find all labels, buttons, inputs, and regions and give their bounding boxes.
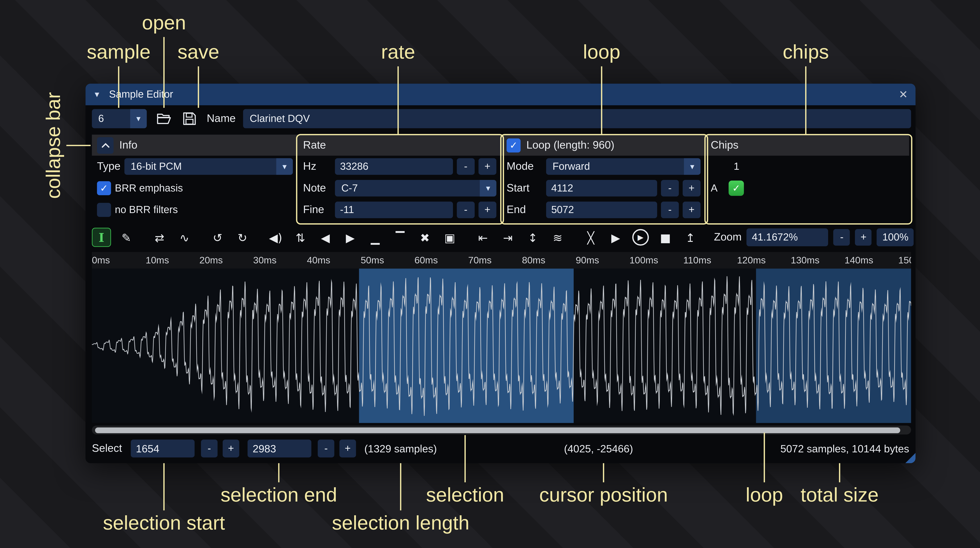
selection-start-input[interactable]: 1654 — [131, 440, 195, 457]
annotation-line-chips — [805, 67, 807, 135]
import-button[interactable]: ↥ — [681, 228, 700, 247]
hz-input[interactable]: 33286 — [335, 158, 453, 175]
horizontal-scrollbar[interactable] — [92, 425, 911, 435]
zoom-reset-button[interactable]: 100% — [877, 228, 914, 246]
brr-emphasis-checkbox[interactable]: ✓ — [97, 181, 111, 195]
loop-end-decrement-button[interactable]: - — [661, 202, 679, 218]
window-collapse-icon[interactable]: ▼ — [93, 90, 101, 99]
annotation-line-selection-length — [400, 463, 401, 510]
delete-button[interactable]: ✖ — [415, 228, 434, 247]
resize-button[interactable]: ⇄ — [150, 228, 169, 247]
flip-vertical-button[interactable]: ↕ — [523, 228, 542, 247]
redo-button[interactable]: ↻ — [233, 228, 252, 247]
invert-button[interactable]: ⇥ — [498, 228, 517, 247]
resample-button[interactable]: ∿ — [175, 228, 194, 247]
fine-input[interactable]: -11 — [335, 202, 453, 218]
sample-name-input[interactable]: Clarinet DQV — [243, 109, 911, 128]
loop-title: Loop (length: 960) — [526, 139, 614, 151]
info-title: Info — [119, 139, 137, 151]
fine-increment-button[interactable]: + — [479, 202, 496, 218]
fade-out-button[interactable]: ▶ — [340, 228, 360, 247]
timeline-tick: 60ms — [414, 255, 438, 265]
chevron-down-icon: ▼ — [276, 158, 293, 175]
open-sample-button[interactable] — [154, 109, 173, 128]
loop-end-input[interactable]: 5072 — [546, 202, 657, 218]
hz-increment-button[interactable]: + — [479, 158, 496, 175]
sample-editor-window: ▼ Sample Editor ✕ 6 ▼ Name — [86, 83, 915, 463]
selection-start-increment-button[interactable]: + — [223, 440, 239, 457]
window-resize-grip[interactable] — [905, 453, 915, 463]
type-label: Type — [97, 160, 121, 173]
info-header: Info — [92, 135, 298, 156]
reverse-button[interactable]: ⇤ — [473, 228, 493, 247]
preview-button[interactable]: ▶ — [606, 228, 625, 247]
save-sample-button[interactable] — [180, 109, 199, 128]
draw-mode-button[interactable]: ✎ — [117, 228, 136, 247]
check-icon: ✓ — [100, 182, 108, 194]
play-from-cursor-icon: ▶ — [638, 233, 643, 242]
zoom-out-button[interactable]: - — [834, 229, 850, 246]
insert-silence-button[interactable]: ▁ — [366, 228, 385, 247]
crossfade-button[interactable]: ╳ — [581, 228, 600, 247]
annotation-label-selection-end: selection end — [221, 484, 337, 507]
loop-start-input[interactable]: 4112 — [546, 180, 657, 197]
amplify-button[interactable]: ◀) — [266, 228, 285, 247]
fade-in-button[interactable]: ◀ — [316, 228, 335, 247]
timeline-tick: 20ms — [199, 255, 223, 265]
waveform-canvas[interactable] — [92, 269, 911, 423]
draw-mode-icon: ✎ — [121, 231, 131, 244]
loop-section: ✓ Loop (length: 960) Mode Forward ▼ Star… — [501, 135, 706, 221]
zoom-label: Zoom — [714, 231, 741, 244]
no-brr-filters-label: no BRR filters — [115, 204, 178, 216]
loop-start-decrement-button[interactable]: - — [661, 180, 679, 197]
note-select[interactable]: C-7 ▼ — [335, 180, 496, 197]
loop-start-increment-button[interactable]: + — [682, 180, 700, 197]
selection-end-decrement-button[interactable]: - — [318, 440, 334, 457]
sample-number-select[interactable]: 6 ▼ — [92, 109, 147, 128]
fine-decrement-button[interactable]: - — [457, 202, 475, 218]
annotation-line-loop-bottom — [764, 433, 765, 482]
loop-mode-select[interactable]: Forward ▼ — [546, 158, 700, 175]
apply-silence-button[interactable]: ▔ — [390, 228, 410, 247]
undo-button[interactable]: ↺ — [208, 228, 227, 247]
trim-button[interactable]: ▣ — [440, 228, 460, 247]
scrollbar-thumb[interactable] — [95, 427, 900, 433]
close-icon[interactable]: ✕ — [899, 88, 908, 101]
chip-a-checkbox[interactable]: ✓ — [729, 180, 744, 196]
fine-label: Fine — [303, 204, 331, 216]
annotation-line-rate — [398, 67, 399, 135]
chips-header: Chips — [706, 135, 909, 156]
loop-enabled-checkbox[interactable]: ✓ — [507, 138, 521, 152]
collapse-bar-button[interactable] — [97, 137, 114, 153]
flip-vertical-icon: ↕ — [528, 231, 538, 244]
edit-mode-icon: I — [99, 230, 104, 244]
filter-button[interactable]: ≋ — [548, 228, 567, 247]
zoom-value-input[interactable]: 41.1672% — [747, 228, 829, 246]
fine-value: -11 — [340, 204, 354, 216]
chevron-up-icon — [101, 143, 109, 148]
folder-open-icon — [156, 112, 172, 125]
type-select[interactable]: 16-bit PCM ▼ — [124, 158, 293, 175]
zoom-value: 41.1672% — [752, 232, 798, 243]
loop-end-increment-button[interactable]: + — [682, 202, 700, 218]
waveform-display[interactable] — [92, 269, 911, 423]
selection-end-input[interactable]: 2983 — [248, 440, 312, 457]
fine-row: Fine -11 - + — [298, 199, 501, 221]
total-size-text: 5072 samples, 10144 bytes — [781, 440, 909, 457]
zoom-in-button[interactable]: + — [855, 229, 872, 246]
stop-icon: ■ — [660, 231, 671, 244]
timeline-tick: 140ms — [845, 255, 873, 265]
rate-section: Rate Hz 33286 - + Note C-7 ▼ Fine -11 - … — [298, 135, 501, 221]
no-brr-filters-checkbox[interactable]: ✓ — [97, 203, 111, 217]
annotation-line-total-size — [839, 463, 840, 482]
selection-end-increment-button[interactable]: + — [339, 440, 356, 457]
selection-start-decrement-button[interactable]: - — [201, 440, 218, 457]
edit-mode-button[interactable]: I — [92, 228, 111, 247]
normalize-button[interactable]: ⇅ — [291, 228, 310, 247]
hz-decrement-button[interactable]: - — [457, 158, 475, 175]
stop-button[interactable]: ■ — [656, 228, 675, 247]
status-row: Select 1654 - + 2983 - + (1329 samples) … — [92, 436, 911, 461]
play-from-cursor-button[interactable]: ▶ — [632, 229, 649, 246]
cursor-position-text: (4025, -25466) — [564, 440, 633, 457]
toolbar-icon-groups: I✎⇄∿↺↻◀)⇅◀▶▁▔✖▣⇤⇥↕≋╳▶▶■↥ — [92, 228, 714, 247]
